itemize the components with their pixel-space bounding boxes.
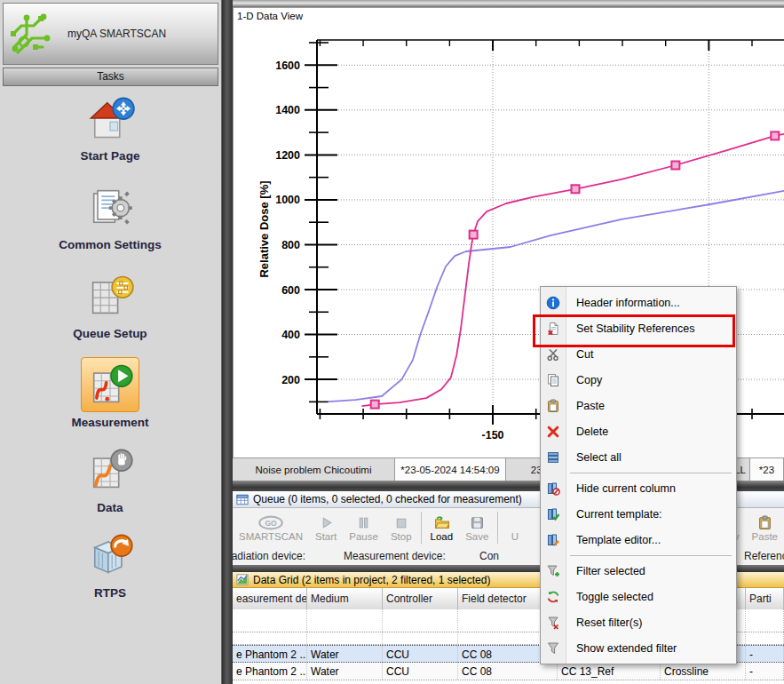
paste-button[interactable]: Paste: [746, 509, 784, 546]
sidebar-item-start-page[interactable]: Start Page: [0, 91, 220, 176]
column-header-2[interactable]: Controller: [383, 588, 458, 609]
column-header-1[interactable]: Medium: [307, 588, 383, 609]
menu-item-label: Set Stability References: [576, 322, 694, 335]
data-tab-4[interactable]: *23: [750, 458, 784, 481]
form-label: Measurement device:: [344, 550, 446, 562]
grid-cell[interactable]: CCU: [383, 646, 458, 662]
menu-item-select-all[interactable]: Select all: [541, 444, 736, 470]
grid-cell[interactable]: Crossline: [661, 663, 746, 680]
data-tab-0[interactable]: Noise problem Chicoutimi: [233, 458, 395, 481]
template-check-icon: [541, 507, 566, 521]
filter-add-icon: [541, 564, 566, 578]
smartscan-button[interactable]: GOSMARTSCAN: [233, 509, 309, 546]
menu-separator-line: [570, 473, 732, 473]
menu-item-label: Paste: [576, 400, 605, 412]
doc-x-icon: [541, 322, 566, 336]
rtps-icon: [81, 528, 139, 583]
queue-setup-icon: [81, 268, 139, 323]
column-header-0[interactable]: easurement de...: [233, 588, 307, 609]
task-label: Data: [97, 501, 123, 514]
menu-item-hide-current-column[interactable]: Hide current column: [541, 475, 736, 501]
common-settings-icon: [81, 179, 139, 235]
form-label: Referenc: [744, 550, 784, 562]
grid-cell: [233, 632, 307, 644]
save-button[interactable]: Save: [459, 509, 495, 546]
menu-item-filter-selected[interactable]: Filter selected: [541, 558, 736, 584]
menu-item-set-stability-references[interactable]: Set Stability References: [541, 315, 736, 341]
svg-text:1400: 1400: [275, 104, 300, 116]
play-icon: [319, 513, 334, 531]
chart-panel-title: 1-D Data View: [237, 11, 303, 21]
form-label: Con: [479, 550, 499, 562]
grid-cell[interactable]: CCU: [383, 663, 458, 680]
sidebar-item-rtps[interactable]: RTPS: [0, 528, 220, 613]
menu-item-show-extended-filter[interactable]: Show extended filter: [541, 635, 736, 661]
grid-cell[interactable]: Water: [307, 663, 383, 680]
svg-text:1200: 1200: [275, 149, 300, 162]
app-logo-box: myQA SMARTSCAN: [3, 3, 218, 65]
svg-text:800: 800: [281, 239, 300, 251]
toolbar-separator: [421, 512, 422, 544]
pause-button[interactable]: Pause: [343, 509, 384, 546]
form-label: Radiation device:: [233, 550, 305, 562]
grid-cell[interactable]: -: [746, 646, 784, 662]
toggle-selected-icon: [541, 590, 566, 604]
menu-item-label: Template editor...: [576, 534, 661, 546]
grid-cell[interactable]: e Phantom 2 ...: [233, 646, 307, 662]
vertical-splitter[interactable]: [222, 0, 233, 684]
sidebar-item-common-settings[interactable]: Common Settings: [0, 179, 220, 265]
app-title: myQA SMARTSCAN: [67, 28, 166, 40]
save-icon: [470, 513, 485, 531]
data-tab-1[interactable]: *23-05-2024 14:54:09: [395, 458, 506, 481]
sidebar-item-data[interactable]: Data: [0, 442, 220, 528]
svg-text:200: 200: [281, 374, 300, 386]
menu-item-reset-filter-s[interactable]: Reset filter(s): [541, 609, 736, 635]
menu-item-label: Header information...: [576, 297, 680, 309]
menu-item-paste[interactable]: Paste: [541, 393, 736, 418]
grid-cell[interactable]: [307, 609, 383, 632]
grid-cell[interactable]: [746, 609, 784, 632]
paste-icon: [757, 513, 772, 531]
copy-icon: [541, 373, 566, 387]
stop-icon: [393, 513, 408, 531]
menu-item-label: Hide current column: [576, 482, 676, 495]
menu-item-current-template[interactable]: Current template:: [541, 501, 736, 527]
grid-cell[interactable]: e Phantom 2 ...: [233, 663, 307, 680]
svg-text:600: 600: [281, 284, 300, 297]
stop-button[interactable]: Stop: [384, 509, 418, 546]
menu-item-copy[interactable]: Copy: [541, 367, 736, 393]
table-row-1[interactable]: e Phantom 2 ...WaterCCUCC 08CC 13_RefCro…: [233, 663, 784, 680]
start-button[interactable]: Start: [309, 509, 343, 546]
menu-item-label: Select all: [576, 451, 622, 464]
menu-item-template-editor[interactable]: Template editor...: [541, 527, 736, 553]
svg-text:1000: 1000: [275, 194, 300, 206]
toolbar-button-label: Save: [465, 531, 488, 542]
grid-cell[interactable]: [383, 609, 458, 632]
myqa-circuit-logo-icon: [9, 8, 57, 60]
svg-text:1600: 1600: [275, 60, 300, 72]
grid-cell[interactable]: Water: [307, 646, 383, 662]
column-header-6[interactable]: Parti: [746, 588, 784, 609]
load-button[interactable]: Load: [424, 509, 460, 546]
context-menu-items: Header information...Set Stability Refer…: [541, 290, 736, 661]
menu-item-delete[interactable]: Delete: [541, 418, 736, 444]
grid-cell[interactable]: CC 08: [458, 663, 558, 680]
toolbar-button-label: Paste: [752, 531, 778, 542]
menu-item-header-information[interactable]: Header information...: [541, 290, 736, 315]
menu-item-cut[interactable]: Cut: [541, 341, 736, 367]
sidebar-item-queue-setup[interactable]: Queue Setup: [0, 268, 220, 354]
grid-cell[interactable]: [233, 609, 307, 632]
svg-text:GO: GO: [265, 518, 277, 527]
grid-cell: [383, 632, 458, 644]
grid-cell[interactable]: CC 13_Ref: [558, 663, 661, 680]
select-all-icon: [541, 450, 566, 465]
grid-cell[interactable]: -: [746, 663, 784, 680]
grid-cell: [746, 632, 784, 644]
task-label: Common Settings: [59, 238, 162, 251]
pause-icon: [356, 513, 371, 531]
sidebar-item-measurement[interactable]: Measurement: [0, 357, 220, 442]
menu-item-toggle-selected[interactable]: Toggle selected: [541, 584, 736, 609]
u-button[interactable]: U: [501, 509, 528, 546]
hide-column-icon: [541, 481, 566, 496]
horizontal-splitter[interactable]: [233, 0, 784, 7]
